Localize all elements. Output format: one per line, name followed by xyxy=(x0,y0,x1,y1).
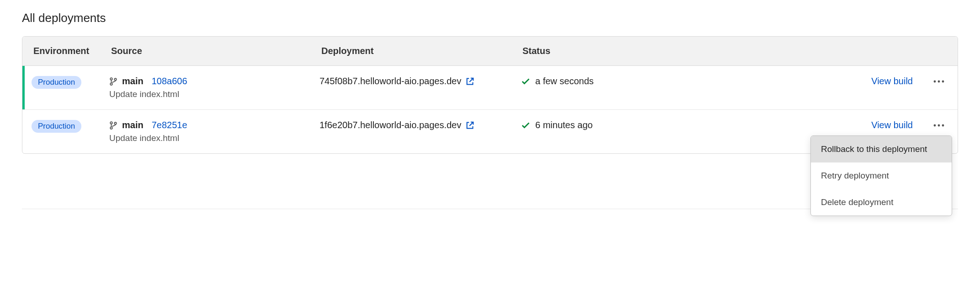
check-icon xyxy=(521,76,531,87)
external-link-icon[interactable] xyxy=(465,120,475,130)
svg-point-2 xyxy=(114,78,117,81)
menu-item-rollback[interactable]: Rollback to this deployment xyxy=(811,136,952,162)
commit-hash-link[interactable]: 108a606 xyxy=(152,76,187,87)
deployment-url: 745f08b7.helloworld-aio.pages.dev xyxy=(320,76,461,87)
menu-item-delete[interactable]: Delete deployment xyxy=(811,189,952,216)
commit-message: Update index.html xyxy=(109,89,320,99)
col-header-status: Status xyxy=(522,46,623,56)
svg-point-3 xyxy=(934,80,936,82)
svg-point-9 xyxy=(934,124,936,126)
view-build-link[interactable]: View build xyxy=(871,76,913,87)
environment-badge: Production xyxy=(32,120,81,133)
view-build-link[interactable]: View build xyxy=(871,120,913,130)
svg-point-1 xyxy=(110,83,112,85)
svg-point-5 xyxy=(942,80,944,82)
svg-point-0 xyxy=(110,78,112,80)
branch-name: main xyxy=(122,120,144,130)
svg-point-8 xyxy=(114,122,117,124)
col-header-environment: Environment xyxy=(33,46,111,56)
row-actions-menu: Rollback to this deployment Retry deploy… xyxy=(810,135,952,216)
deployments-table: Environment Source Deployment Status Pro… xyxy=(22,36,958,154)
section-title: All deployments xyxy=(22,11,958,25)
table-row: Production main 7e8251e Update index.htm… xyxy=(22,110,958,153)
check-icon xyxy=(521,120,531,130)
svg-point-7 xyxy=(110,127,112,129)
external-link-icon[interactable] xyxy=(465,76,475,87)
svg-point-10 xyxy=(938,124,940,126)
branch-name: main xyxy=(122,76,144,87)
status-text: 6 minutes ago xyxy=(535,120,593,130)
commit-message: Update index.html xyxy=(109,133,320,143)
more-actions-button[interactable] xyxy=(931,122,947,129)
col-header-deployment: Deployment xyxy=(321,46,522,56)
more-actions-button[interactable] xyxy=(931,78,947,85)
commit-hash-link[interactable]: 7e8251e xyxy=(152,120,187,130)
status-text: a few seconds xyxy=(535,76,594,87)
table-row: Production main 108a606 Update index.htm… xyxy=(22,66,958,110)
menu-item-retry[interactable]: Retry deployment xyxy=(811,162,952,189)
environment-badge: Production xyxy=(32,76,81,89)
deployment-url: 1f6e20b7.helloworld-aio.pages.dev xyxy=(320,120,461,130)
svg-point-6 xyxy=(110,122,112,124)
git-branch-icon xyxy=(109,121,117,130)
col-header-source: Source xyxy=(111,46,321,56)
svg-point-4 xyxy=(938,80,940,82)
git-branch-icon xyxy=(109,77,117,86)
table-header: Environment Source Deployment Status xyxy=(22,37,958,66)
svg-point-11 xyxy=(942,124,944,126)
